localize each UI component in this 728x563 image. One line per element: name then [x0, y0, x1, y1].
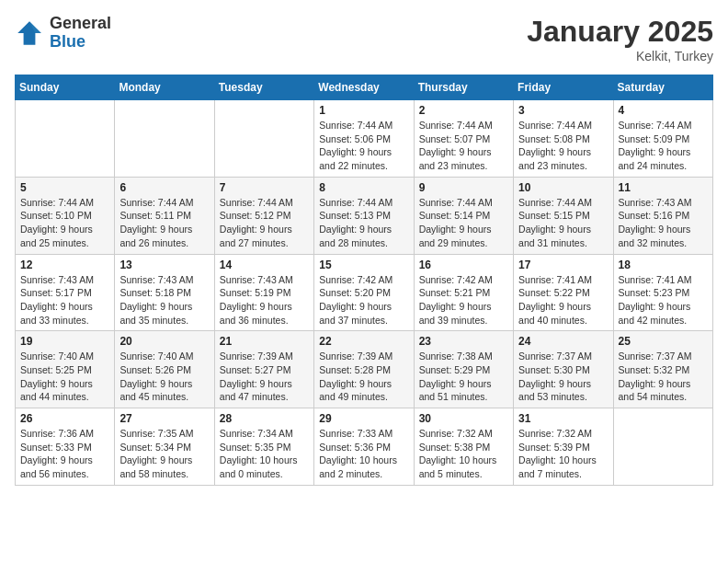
calendar-cell: 10Sunrise: 7:44 AM Sunset: 5:15 PM Dayli… [514, 177, 613, 254]
weekday-header: Tuesday [214, 75, 313, 100]
day-number: 30 [419, 412, 508, 425]
day-number: 22 [319, 335, 408, 348]
day-number: 4 [619, 104, 708, 117]
day-number: 24 [518, 335, 608, 348]
day-number: 17 [518, 259, 608, 271]
day-info: Sunrise: 7:44 AM Sunset: 5:13 PM Dayligh… [319, 196, 408, 250]
day-info: Sunrise: 7:34 AM Sunset: 5:35 PM Dayligh… [220, 427, 309, 481]
calendar-table: SundayMondayTuesdayWednesdayThursdayFrid… [15, 75, 713, 486]
day-number: 12 [20, 259, 109, 271]
day-info: Sunrise: 7:44 AM Sunset: 5:10 PM Dayligh… [20, 196, 109, 250]
weekday-header: Thursday [414, 75, 513, 100]
day-info: Sunrise: 7:41 AM Sunset: 5:22 PM Dayligh… [518, 273, 608, 327]
calendar-cell: 4Sunrise: 7:44 AM Sunset: 5:09 PM Daylig… [613, 100, 712, 178]
calendar-cell: 27Sunrise: 7:35 AM Sunset: 5:34 PM Dayli… [115, 408, 214, 486]
weekday-header: Friday [514, 75, 613, 100]
calendar-cell: 2Sunrise: 7:44 AM Sunset: 5:07 PM Daylig… [414, 100, 513, 178]
day-info: Sunrise: 7:32 AM Sunset: 5:39 PM Dayligh… [518, 427, 608, 481]
day-number: 27 [119, 412, 209, 425]
calendar-cell: 21Sunrise: 7:39 AM Sunset: 5:27 PM Dayli… [214, 331, 313, 408]
page-header: General Blue January 2025 Kelkit, Turkey [15, 15, 713, 63]
day-number: 25 [619, 335, 708, 348]
calendar-cell: 15Sunrise: 7:42 AM Sunset: 5:20 PM Dayli… [314, 254, 414, 331]
calendar-cell: 3Sunrise: 7:44 AM Sunset: 5:08 PM Daylig… [514, 100, 613, 178]
calendar-cell: 5Sunrise: 7:44 AM Sunset: 5:10 PM Daylig… [16, 177, 115, 254]
calendar-cell: 31Sunrise: 7:32 AM Sunset: 5:39 PM Dayli… [514, 408, 613, 486]
day-number: 20 [119, 335, 209, 348]
calendar-week-row: 12Sunrise: 7:43 AM Sunset: 5:17 PM Dayli… [16, 254, 713, 331]
day-number: 8 [319, 181, 408, 194]
calendar-cell: 28Sunrise: 7:34 AM Sunset: 5:35 PM Dayli… [214, 408, 313, 486]
logo-icon [15, 18, 44, 48]
calendar-week-row: 1Sunrise: 7:44 AM Sunset: 5:06 PM Daylig… [16, 100, 713, 178]
day-info: Sunrise: 7:37 AM Sunset: 5:30 PM Dayligh… [518, 350, 608, 404]
month-year-title: January 2025 [527, 15, 713, 49]
calendar-cell: 30Sunrise: 7:32 AM Sunset: 5:38 PM Dayli… [414, 408, 513, 486]
day-info: Sunrise: 7:39 AM Sunset: 5:28 PM Dayligh… [319, 350, 408, 404]
weekday-header: Sunday [16, 75, 115, 100]
day-info: Sunrise: 7:35 AM Sunset: 5:34 PM Dayligh… [119, 427, 209, 481]
calendar-week-row: 26Sunrise: 7:36 AM Sunset: 5:33 PM Dayli… [16, 408, 713, 486]
day-info: Sunrise: 7:38 AM Sunset: 5:29 PM Dayligh… [419, 350, 508, 404]
calendar-cell: 22Sunrise: 7:39 AM Sunset: 5:28 PM Dayli… [314, 331, 414, 408]
calendar-cell [613, 408, 712, 486]
day-info: Sunrise: 7:43 AM Sunset: 5:17 PM Dayligh… [20, 273, 109, 327]
day-number: 5 [20, 181, 109, 194]
day-info: Sunrise: 7:33 AM Sunset: 5:36 PM Dayligh… [319, 427, 408, 481]
calendar-cell: 1Sunrise: 7:44 AM Sunset: 5:06 PM Daylig… [314, 100, 414, 178]
day-info: Sunrise: 7:42 AM Sunset: 5:20 PM Dayligh… [319, 273, 408, 327]
calendar-cell: 8Sunrise: 7:44 AM Sunset: 5:13 PM Daylig… [314, 177, 414, 254]
day-number: 21 [220, 335, 309, 348]
calendar-cell: 19Sunrise: 7:40 AM Sunset: 5:25 PM Dayli… [16, 331, 115, 408]
calendar-cell: 14Sunrise: 7:43 AM Sunset: 5:19 PM Dayli… [214, 254, 313, 331]
calendar-cell: 9Sunrise: 7:44 AM Sunset: 5:14 PM Daylig… [414, 177, 513, 254]
day-number: 28 [220, 412, 309, 425]
day-info: Sunrise: 7:44 AM Sunset: 5:06 PM Dayligh… [319, 119, 408, 173]
day-info: Sunrise: 7:43 AM Sunset: 5:19 PM Dayligh… [220, 273, 309, 327]
calendar-cell: 17Sunrise: 7:41 AM Sunset: 5:22 PM Dayli… [514, 254, 613, 331]
calendar-cell [16, 100, 115, 178]
day-info: Sunrise: 7:44 AM Sunset: 5:12 PM Dayligh… [220, 196, 309, 250]
day-number: 26 [20, 412, 109, 425]
day-number: 14 [220, 259, 309, 271]
title-block: January 2025 Kelkit, Turkey [527, 15, 713, 63]
logo-general-text: General [50, 14, 111, 32]
day-number: 10 [518, 181, 608, 194]
day-info: Sunrise: 7:36 AM Sunset: 5:33 PM Dayligh… [20, 427, 109, 481]
calendar-week-row: 5Sunrise: 7:44 AM Sunset: 5:10 PM Daylig… [16, 177, 713, 254]
calendar-cell: 13Sunrise: 7:43 AM Sunset: 5:18 PM Dayli… [115, 254, 214, 331]
calendar-cell: 26Sunrise: 7:36 AM Sunset: 5:33 PM Dayli… [16, 408, 115, 486]
day-number: 7 [220, 181, 309, 194]
day-number: 23 [419, 335, 508, 348]
day-info: Sunrise: 7:44 AM Sunset: 5:07 PM Dayligh… [419, 119, 508, 173]
day-number: 2 [419, 104, 508, 117]
calendar-cell: 29Sunrise: 7:33 AM Sunset: 5:36 PM Dayli… [314, 408, 414, 486]
day-info: Sunrise: 7:41 AM Sunset: 5:23 PM Dayligh… [619, 273, 708, 327]
day-info: Sunrise: 7:44 AM Sunset: 5:15 PM Dayligh… [518, 196, 608, 250]
day-info: Sunrise: 7:37 AM Sunset: 5:32 PM Dayligh… [619, 350, 708, 404]
logo: General Blue [15, 15, 111, 52]
day-number: 6 [119, 181, 209, 194]
day-number: 16 [419, 259, 508, 271]
day-number: 31 [518, 412, 608, 425]
day-info: Sunrise: 7:43 AM Sunset: 5:18 PM Dayligh… [119, 273, 209, 327]
calendar-cell: 12Sunrise: 7:43 AM Sunset: 5:17 PM Dayli… [16, 254, 115, 331]
calendar-header-row: SundayMondayTuesdayWednesdayThursdayFrid… [16, 75, 713, 100]
day-info: Sunrise: 7:40 AM Sunset: 5:26 PM Dayligh… [119, 350, 209, 404]
day-info: Sunrise: 7:40 AM Sunset: 5:25 PM Dayligh… [20, 350, 109, 404]
day-number: 29 [319, 412, 408, 425]
calendar-cell: 7Sunrise: 7:44 AM Sunset: 5:12 PM Daylig… [214, 177, 313, 254]
day-info: Sunrise: 7:44 AM Sunset: 5:09 PM Dayligh… [619, 119, 708, 173]
day-info: Sunrise: 7:44 AM Sunset: 5:14 PM Dayligh… [419, 196, 508, 250]
weekday-header: Saturday [613, 75, 712, 100]
calendar-cell: 25Sunrise: 7:37 AM Sunset: 5:32 PM Dayli… [613, 331, 712, 408]
weekday-header: Wednesday [314, 75, 414, 100]
calendar-cell: 23Sunrise: 7:38 AM Sunset: 5:29 PM Dayli… [414, 331, 513, 408]
calendar-cell [115, 100, 214, 178]
calendar-week-row: 19Sunrise: 7:40 AM Sunset: 5:25 PM Dayli… [16, 331, 713, 408]
day-number: 9 [419, 181, 508, 194]
day-number: 3 [518, 104, 608, 117]
weekday-header: Monday [115, 75, 214, 100]
day-number: 18 [619, 259, 708, 271]
day-info: Sunrise: 7:44 AM Sunset: 5:11 PM Dayligh… [119, 196, 209, 250]
